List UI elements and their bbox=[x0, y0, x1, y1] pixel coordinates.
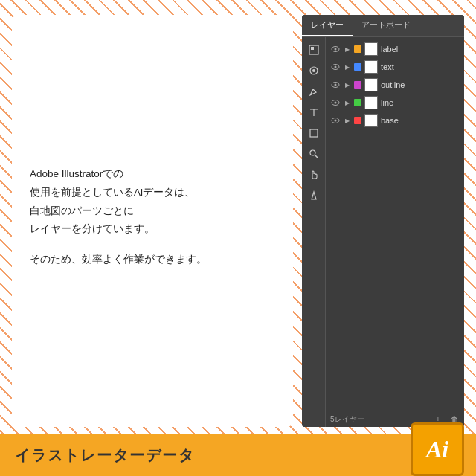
tab-layers[interactable]: レイヤー bbox=[302, 15, 353, 36]
tool-move[interactable] bbox=[306, 62, 322, 79]
panel-tabs: レイヤー アートボード bbox=[302, 15, 464, 37]
layer-color-outline bbox=[354, 81, 361, 89]
svg-rect-1 bbox=[311, 47, 314, 50]
tab-artboard[interactable]: アートボード bbox=[353, 15, 419, 36]
layer-color-base bbox=[354, 117, 361, 124]
svg-point-19 bbox=[335, 120, 337, 122]
layer-visibility-label[interactable] bbox=[330, 44, 341, 54]
svg-point-3 bbox=[312, 69, 315, 72]
svg-point-15 bbox=[335, 84, 337, 86]
tool-pen[interactable] bbox=[306, 83, 322, 100]
left-card: Adobe Illustratorでの 使用を前提としているAiデータは、 白地… bbox=[12, 15, 293, 427]
layer-visibility-base[interactable] bbox=[330, 115, 341, 126]
layer-row-line[interactable]: ▶ line bbox=[326, 94, 464, 112]
ai-logo-text: Ai bbox=[426, 437, 448, 461]
layer-name-line: line bbox=[381, 98, 393, 107]
layers-count: 5レイヤー bbox=[330, 414, 364, 425]
panel-inner: ▶ label ▶ text bbox=[302, 37, 464, 427]
layer-color-line bbox=[354, 99, 361, 106]
layer-expand-text[interactable]: ▶ bbox=[344, 63, 351, 71]
layer-row-base[interactable]: ▶ base bbox=[326, 112, 464, 129]
layer-visibility-text[interactable] bbox=[330, 62, 341, 72]
svg-point-11 bbox=[335, 48, 337, 51]
tool-select[interactable] bbox=[306, 42, 322, 58]
footer-title: イラストレーターデータ bbox=[15, 446, 195, 466]
footer-bar: イラストレーターデータ Ai bbox=[0, 434, 476, 476]
content-wrapper: Adobe Illustratorでの 使用を前提としているAiデータは、 白地… bbox=[0, 0, 476, 476]
layer-name-label: label bbox=[381, 45, 398, 54]
layer-color-label bbox=[354, 45, 361, 53]
svg-point-17 bbox=[335, 102, 337, 104]
description-paragraph-2: そのため、効率よく作業ができます。 bbox=[30, 251, 275, 269]
layer-row-label[interactable]: ▶ label bbox=[326, 40, 464, 58]
layers-list: ▶ label ▶ text bbox=[326, 37, 464, 411]
layer-name-outline: outline bbox=[381, 80, 405, 89]
tool-zoom[interactable] bbox=[306, 146, 322, 162]
layer-expand-label[interactable]: ▶ bbox=[344, 45, 351, 53]
layer-name-base: base bbox=[381, 116, 399, 125]
svg-line-8 bbox=[315, 155, 318, 158]
right-panel: レイヤー アートボード bbox=[302, 15, 464, 427]
layer-thumb-base bbox=[364, 114, 378, 127]
layer-row-outline[interactable]: ▶ outline bbox=[326, 76, 464, 94]
layer-color-text bbox=[354, 63, 361, 71]
svg-marker-9 bbox=[312, 192, 316, 199]
layer-thumb-text bbox=[364, 60, 378, 74]
svg-rect-6 bbox=[310, 129, 318, 137]
tool-text[interactable] bbox=[306, 104, 322, 120]
layer-expand-line[interactable]: ▶ bbox=[344, 99, 351, 106]
left-card-body: Adobe Illustratorでの 使用を前提としているAiデータは、 白地… bbox=[30, 165, 275, 282]
description-paragraph-1: Adobe Illustratorでの 使用を前提としているAiデータは、 白地… bbox=[30, 165, 275, 239]
ai-logo-box: Ai bbox=[411, 422, 464, 476]
tool-hand[interactable] bbox=[306, 167, 322, 183]
layer-expand-outline[interactable]: ▶ bbox=[344, 81, 351, 89]
layer-visibility-line[interactable] bbox=[330, 97, 341, 108]
svg-point-7 bbox=[310, 150, 315, 155]
main-area: Adobe Illustratorでの 使用を前提としているAiデータは、 白地… bbox=[0, 0, 476, 434]
layer-thumb-line bbox=[364, 96, 378, 109]
tool-shape[interactable] bbox=[306, 125, 322, 141]
layer-row-text[interactable]: ▶ text bbox=[326, 58, 464, 76]
layer-expand-base[interactable]: ▶ bbox=[344, 117, 351, 124]
tool-gradient[interactable] bbox=[306, 187, 322, 204]
svg-point-13 bbox=[335, 66, 337, 68]
layer-name-text: text bbox=[381, 62, 394, 71]
layer-thumb-label bbox=[364, 42, 378, 56]
layer-visibility-outline[interactable] bbox=[330, 80, 341, 90]
tool-panel bbox=[302, 37, 326, 427]
layer-thumb-outline bbox=[364, 78, 378, 91]
